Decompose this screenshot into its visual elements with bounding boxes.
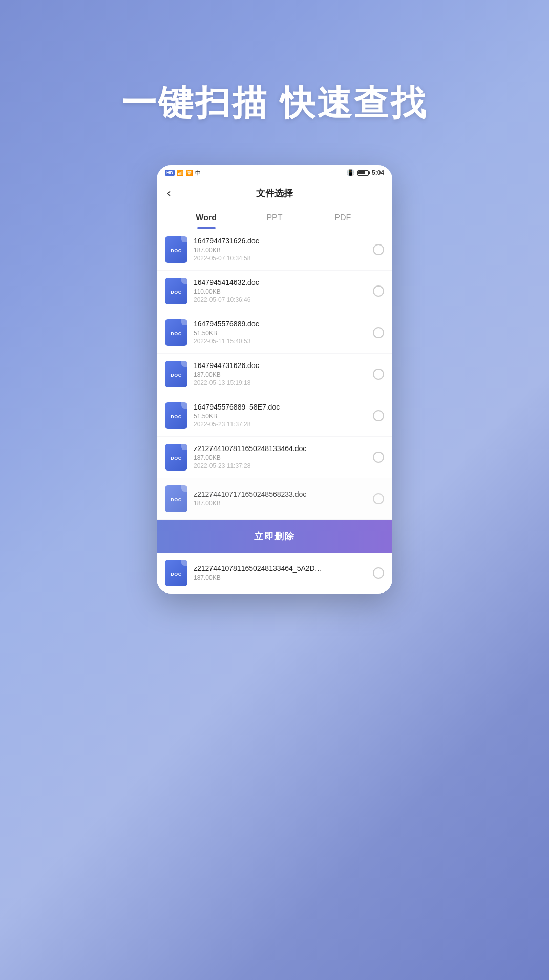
- hero-tagline: 一键扫描 快速查找: [121, 82, 428, 124]
- delete-button[interactable]: 立即删除: [157, 520, 392, 553]
- back-button[interactable]: ‹: [167, 187, 171, 200]
- time-display: 5:04: [372, 169, 384, 176]
- doc-icon-label: DOC: [171, 331, 182, 336]
- file-date: 2022-05-13 15:19:18: [194, 379, 367, 386]
- file-name: 1647945576889.doc: [194, 320, 367, 328]
- file-select-header: ‹ 文件选择: [157, 180, 392, 206]
- phone-mockup: HD 📶 🛜 中 📳 5:04 ‹ 文件选择 Word PPT PDF DOC: [157, 165, 392, 594]
- vibrate-icon: 📳: [347, 169, 354, 176]
- file-info: z21274410781165024813346​4.doc 187.00KB …: [194, 444, 367, 469]
- file-name: z2127441078116502481​33464_5A2D…: [194, 564, 367, 573]
- select-radio[interactable]: [373, 285, 384, 297]
- file-size: 51.50KB: [194, 413, 367, 420]
- file-name: 1647944731626.doc: [194, 237, 367, 245]
- file-item[interactable]: DOC z21274410781165024813346​4.doc 187.0…: [157, 437, 392, 478]
- file-size: 187.00KB: [194, 574, 367, 581]
- doc-icon: DOC: [165, 236, 187, 263]
- file-name: z212744107171650248568233.doc: [194, 490, 367, 498]
- status-left: HD 📶 🛜 中: [165, 169, 201, 177]
- doc-icon-label: DOC: [171, 248, 182, 253]
- file-date: 2022-05-23 11:37:28: [194, 462, 367, 469]
- file-size: 110.00KB: [194, 288, 367, 295]
- file-size: 187.00KB: [194, 454, 367, 461]
- doc-icon: DOC: [165, 485, 187, 512]
- file-item[interactable]: DOC 1647944731626.doc 187.00KB 2022-05-1…: [157, 354, 392, 395]
- select-radio[interactable]: [373, 369, 384, 380]
- doc-icon-label: DOC: [171, 456, 182, 461]
- file-date: 2022-05-07 10:36:46: [194, 296, 367, 303]
- file-date: 2022-05-07 10:34:58: [194, 255, 367, 262]
- doc-icon: DOC: [165, 361, 187, 387]
- file-name: z21274410781165024813346​4.doc: [194, 444, 367, 453]
- file-item[interactable]: DOC 1647945576889.doc 51.50KB 2022-05-11…: [157, 312, 392, 353]
- file-info: 1647944731626.doc 187.00KB 2022-05-07 10…: [194, 237, 367, 262]
- doc-icon: DOC: [165, 560, 187, 586]
- file-info: 1647944731626.doc 187.00KB 2022-05-13 15…: [194, 361, 367, 386]
- tab-ppt[interactable]: PPT: [240, 206, 308, 229]
- file-list: DOC 1647944731626.doc 187.00KB 2022-05-0…: [157, 229, 392, 594]
- file-item[interactable]: DOC z2127441078116502481​33464_5A2D… 187…: [157, 553, 392, 594]
- file-item[interactable]: DOC 1647945576889_58E7.doc 51.50KB 2022-…: [157, 395, 392, 436]
- file-info: 1647945576889.doc 51.50KB 2022-05-11 15:…: [194, 320, 367, 345]
- header-title: 文件选择: [256, 187, 293, 199]
- doc-icon-label: DOC: [171, 497, 182, 502]
- status-bar: HD 📶 🛜 中 📳 5:04: [157, 165, 392, 180]
- signal-icon: 📶: [177, 170, 184, 176]
- file-size: 187.00KB: [194, 500, 367, 507]
- file-item[interactable]: DOC 1647944731626.doc 187.00KB 2022-05-0…: [157, 229, 392, 270]
- select-radio[interactable]: [373, 452, 384, 463]
- wifi-icon: 🛜: [186, 170, 193, 176]
- file-date: 2022-05-11 15:40:53: [194, 338, 367, 345]
- tab-pdf[interactable]: PDF: [309, 206, 377, 229]
- file-item[interactable]: DOC 1647945414632.doc 110.00KB 2022-05-0…: [157, 271, 392, 312]
- battery-indicator: [357, 170, 369, 176]
- file-size: 187.00KB: [194, 371, 367, 378]
- doc-icon-label: DOC: [171, 373, 182, 378]
- select-radio[interactable]: [373, 493, 384, 504]
- file-date: 2022-05-23 11:37:28: [194, 421, 367, 428]
- doc-icon: DOC: [165, 402, 187, 429]
- doc-icon: DOC: [165, 444, 187, 471]
- file-name: 1647944731626.doc: [194, 361, 367, 370]
- tab-word[interactable]: Word: [172, 206, 240, 229]
- file-name: 1647945414632.doc: [194, 278, 367, 287]
- doc-icon: DOC: [165, 278, 187, 304]
- doc-icon-label: DOC: [171, 290, 182, 295]
- doc-icon: DOC: [165, 319, 187, 346]
- sim-icon: 中: [195, 169, 201, 177]
- file-info: 1647945576889_58E7.doc 51.50KB 2022-05-2…: [194, 403, 367, 428]
- select-radio[interactable]: [373, 327, 384, 338]
- file-item[interactable]: DOC z212744107171650248568233.doc 187.00…: [157, 478, 392, 519]
- file-info: 1647945414632.doc 110.00KB 2022-05-07 10…: [194, 278, 367, 303]
- file-size: 187.00KB: [194, 247, 367, 254]
- select-radio[interactable]: [373, 244, 384, 255]
- file-type-tabs: Word PPT PDF: [157, 206, 392, 229]
- file-info: z212744107171650248568233.doc 187.00KB: [194, 490, 367, 507]
- file-name: 1647945576889_58E7.doc: [194, 403, 367, 411]
- select-radio[interactable]: [373, 410, 384, 421]
- select-radio[interactable]: [373, 567, 384, 579]
- doc-icon-label: DOC: [171, 571, 182, 577]
- file-info: z2127441078116502481​33464_5A2D… 187.00K…: [194, 564, 367, 581]
- hd-badge: HD: [165, 170, 175, 176]
- status-right: 📳 5:04: [347, 169, 384, 176]
- doc-icon-label: DOC: [171, 414, 182, 419]
- file-size: 51.50KB: [194, 330, 367, 337]
